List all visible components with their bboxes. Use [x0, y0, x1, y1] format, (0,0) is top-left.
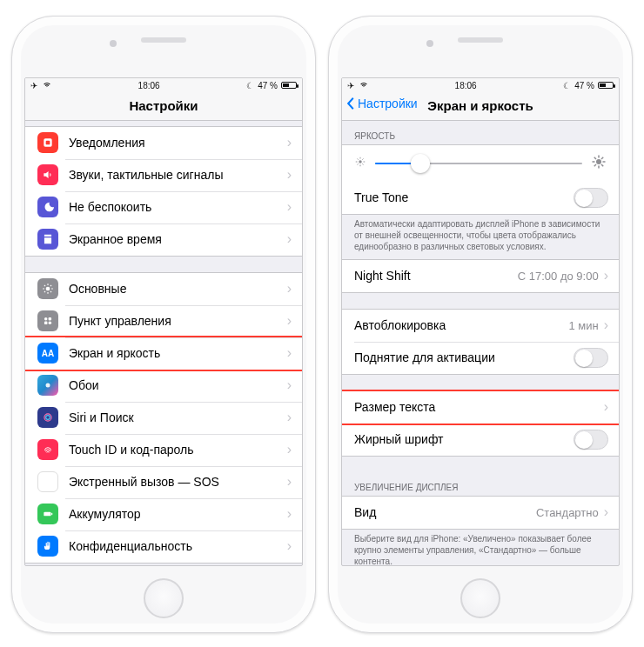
- row-label: Уведомления: [69, 136, 287, 150]
- row-value: 1 мин: [568, 319, 598, 332]
- brightness-group: True Tone: [342, 144, 619, 215]
- chevron-right-icon: ›: [287, 474, 292, 490]
- settings-list[interactable]: Уведомления › Звуки, тактильные сигналы …: [25, 121, 302, 565]
- screentime-icon: [37, 229, 58, 250]
- row-label: Размер текста: [354, 400, 604, 414]
- row-value: С 17:00 до 9:00: [518, 270, 599, 283]
- row-label: Обои: [69, 378, 287, 392]
- wifi-icon: [43, 80, 51, 90]
- brightness-slider-row[interactable]: [342, 145, 619, 182]
- chevron-right-icon: ›: [287, 135, 292, 150]
- battery-row-icon: [37, 504, 58, 524]
- zoom-footer: Выберите вид для iPhone: «Увеличено» пок…: [342, 530, 619, 565]
- home-button[interactable]: [144, 578, 184, 618]
- row-label: Touch ID и код-пароль: [69, 443, 287, 457]
- chevron-right-icon: ›: [287, 442, 292, 457]
- battery-percent: 47 %: [258, 81, 278, 90]
- chevron-right-icon: ›: [604, 504, 608, 520]
- row-siri[interactable]: Siri и Поиск ›: [25, 402, 302, 434]
- row-label: Экранное время: [69, 232, 287, 246]
- row-sos[interactable]: SOS Экстренный вызов — SOS ›: [25, 466, 302, 498]
- row-notifications[interactable]: Уведомления ›: [25, 127, 302, 159]
- row-label: Автоблокировка: [354, 318, 568, 332]
- chevron-right-icon: ›: [604, 399, 608, 415]
- battery-icon: [281, 82, 297, 89]
- bold-toggle[interactable]: [574, 430, 608, 450]
- chevron-right-icon: ›: [287, 506, 292, 522]
- screen-right: 18:06 47 % Настройки Экран и яркость ЯРК…: [341, 77, 620, 566]
- chevron-right-icon: ›: [287, 167, 292, 183]
- settings-group-1: Уведомления › Звуки, тактильные сигналы …: [25, 126, 302, 257]
- row-raise-to-wake[interactable]: Поднятие для активации: [342, 342, 619, 374]
- chevron-right-icon: ›: [287, 410, 292, 425]
- row-general[interactable]: Основные ›: [25, 273, 302, 305]
- row-label: Экран и яркость: [69, 346, 287, 360]
- row-text-size[interactable]: Размер текста ›: [342, 391, 619, 424]
- chevron-right-icon: ›: [287, 313, 292, 329]
- page-title: Настройки: [30, 98, 297, 113]
- row-screentime[interactable]: Экранное время ›: [25, 223, 302, 256]
- row-control-center[interactable]: Пункт управления ›: [25, 305, 302, 337]
- battery-icon: [598, 82, 614, 89]
- brightness-slider[interactable]: [375, 163, 582, 164]
- row-bold-text[interactable]: Жирный шрифт: [342, 424, 619, 456]
- row-label: Поднятие для активации: [354, 350, 574, 364]
- navbar: Настройки Экран и яркость: [342, 93, 619, 121]
- svg-rect-5: [44, 322, 48, 325]
- control-center-icon: [37, 310, 58, 331]
- display-settings[interactable]: ЯРКОСТЬ True Tone: [342, 121, 619, 565]
- row-display-brightness[interactable]: AA Экран и яркость ›: [25, 337, 302, 370]
- earpiece-speaker: [458, 37, 503, 43]
- brightness-header: ЯРКОСТЬ: [342, 121, 619, 144]
- row-battery[interactable]: Аккумулятор ›: [25, 498, 302, 530]
- status-time: 18:06: [455, 81, 477, 90]
- row-value: Стандартно: [536, 506, 599, 519]
- sounds-icon: [37, 164, 58, 185]
- row-label: Аккумулятор: [69, 507, 287, 521]
- chevron-right-icon: ›: [287, 231, 292, 247]
- row-label: Не беспокоить: [69, 200, 287, 214]
- row-view[interactable]: Вид Стандартно ›: [342, 497, 619, 529]
- row-touchid[interactable]: Touch ID и код-пароль ›: [25, 434, 302, 466]
- status-time: 18:06: [138, 81, 160, 90]
- row-sounds[interactable]: Звуки, тактильные сигналы ›: [25, 159, 302, 191]
- chevron-right-icon: ›: [287, 199, 292, 215]
- wallpaper-icon: [37, 375, 58, 396]
- notifications-icon: [37, 132, 58, 153]
- chevron-right-icon: ›: [604, 317, 608, 333]
- svg-line-17: [358, 158, 359, 159]
- svg-rect-4: [49, 317, 52, 321]
- back-label: Настройки: [358, 97, 418, 110]
- row-label: Night Shift: [354, 269, 518, 283]
- sos-icon: SOS: [37, 471, 58, 492]
- row-label: Основные: [69, 282, 287, 296]
- settings-group-2: Основные › Пункт управления › AA Экран и…: [25, 272, 302, 564]
- back-button[interactable]: Настройки: [345, 97, 418, 110]
- home-button[interactable]: [460, 578, 500, 618]
- svg-point-7: [46, 384, 50, 388]
- row-night-shift[interactable]: Night Shift С 17:00 до 9:00 ›: [342, 260, 619, 292]
- svg-point-12: [359, 160, 362, 163]
- svg-point-6: [49, 322, 52, 325]
- true-tone-toggle[interactable]: [574, 188, 608, 208]
- raise-toggle[interactable]: [574, 348, 608, 368]
- row-wallpaper[interactable]: Обои ›: [25, 370, 302, 402]
- airplane-icon: [347, 81, 356, 90]
- row-dnd[interactable]: Не беспокоить ›: [25, 191, 302, 223]
- svg-line-18: [362, 163, 363, 164]
- display-icon: AA: [37, 343, 58, 364]
- chevron-right-icon: ›: [604, 268, 608, 283]
- row-true-tone[interactable]: True Tone: [342, 182, 619, 214]
- svg-line-28: [601, 157, 603, 159]
- chevron-right-icon: ›: [287, 281, 292, 297]
- row-privacy[interactable]: Конфиденциальность ›: [25, 530, 302, 563]
- row-autolock[interactable]: Автоблокировка 1 мин ›: [342, 310, 619, 342]
- phone-left: 18:06 47 % Настройки Уведомления ›: [11, 16, 316, 633]
- chevron-right-icon: ›: [287, 345, 292, 361]
- row-label: Конфиденциальность: [69, 539, 287, 553]
- night-shift-group: Night Shift С 17:00 до 9:00 ›: [342, 259, 619, 293]
- earpiece-speaker: [141, 37, 186, 43]
- row-label: Пункт управления: [69, 314, 287, 328]
- navbar: Настройки: [25, 93, 302, 121]
- svg-rect-11: [51, 513, 52, 515]
